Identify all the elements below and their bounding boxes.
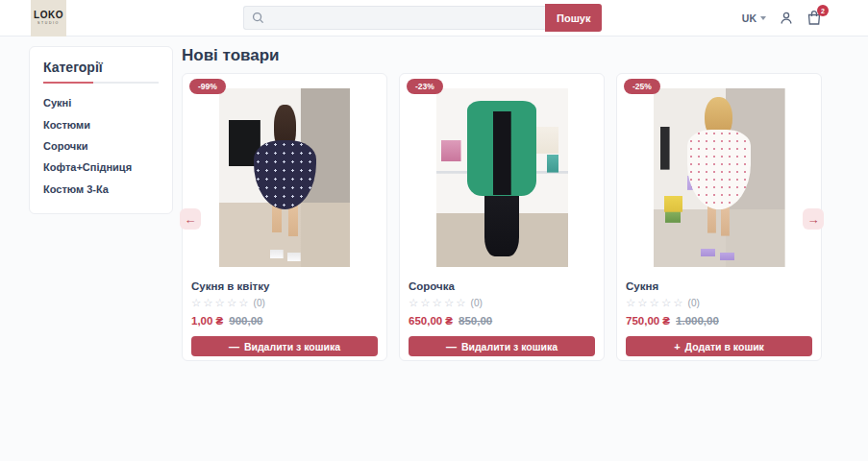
- sidebar-categories: Категорії Сукні Костюми Сорочки Кофта+Сп…: [29, 46, 173, 214]
- logo[interactable]: LOKO STUDIO: [31, 0, 66, 36]
- sidebar-item-category[interactable]: Костюм 3-Ка: [43, 179, 159, 200]
- header-right: UK 2: [742, 10, 822, 26]
- cart-action-icon: +: [674, 341, 680, 352]
- cart-action-button[interactable]: + Додати в кошик: [626, 336, 812, 356]
- main-content: Нові товари ← -99% Сукня в квітку ☆☆☆☆☆(…: [182, 46, 824, 361]
- logo-subtitle: STUDIO: [37, 21, 60, 25]
- product-old-price: 900,00: [229, 315, 262, 327]
- product-title[interactable]: Сорочка: [409, 280, 595, 292]
- cart-action-label: Видалити з кошика: [461, 341, 558, 352]
- product-image[interactable]: [654, 88, 785, 267]
- products-carousel: ← -99% Сукня в квітку ☆☆☆☆☆(0) 1,00 ₴900…: [182, 73, 824, 361]
- search-box[interactable]: [243, 6, 545, 30]
- rating-count: (0): [471, 298, 483, 308]
- product-price: 1,00 ₴: [191, 315, 223, 327]
- account-button[interactable]: [779, 11, 794, 26]
- sidebar-item-category[interactable]: Сорочки: [43, 135, 159, 157]
- product-rating: ☆☆☆☆☆(0): [409, 297, 595, 309]
- logo-title: LOKO: [34, 11, 63, 20]
- discount-badge: -25%: [624, 79, 660, 94]
- sidebar-item-category[interactable]: Сукні: [43, 92, 159, 113]
- product-prices: 650,00 ₴850,00: [409, 315, 595, 327]
- product-card: -25% Сукня ☆☆☆☆☆(0) 750,00 ₴1.000,00 + Д…: [616, 73, 822, 361]
- search-bar: Пошук: [243, 4, 602, 32]
- cart-action-icon: —: [229, 341, 239, 352]
- page-title: Нові товари: [182, 46, 824, 65]
- carousel-next-button[interactable]: →: [803, 208, 824, 230]
- product-rating: ☆☆☆☆☆(0): [626, 297, 812, 309]
- product-title[interactable]: Сукня в квітку: [191, 280, 378, 292]
- product-image[interactable]: [436, 88, 568, 267]
- sidebar-item-category[interactable]: Костюми: [43, 113, 159, 134]
- discount-badge: -99%: [189, 79, 226, 94]
- rating-stars-icon: ☆☆☆☆☆: [626, 297, 685, 308]
- rating-stars-icon: ☆☆☆☆☆: [409, 297, 468, 308]
- search-button[interactable]: Пошук: [545, 4, 602, 32]
- rating-count: (0): [254, 298, 265, 308]
- chevron-down-icon: [760, 16, 766, 20]
- sidebar-item-category[interactable]: Кофта+Спідниця: [43, 157, 159, 178]
- product-card: -99% Сукня в квітку ☆☆☆☆☆(0) 1,00 ₴900,0…: [182, 73, 387, 361]
- product-title[interactable]: Сукня: [626, 280, 812, 292]
- language-label: UK: [742, 12, 756, 24]
- cart-action-label: Додати в кошик: [685, 341, 764, 352]
- product-prices: 750,00 ₴1.000,00: [626, 315, 812, 327]
- product-old-price: 850,00: [459, 315, 492, 327]
- product-rating: ☆☆☆☆☆(0): [191, 297, 378, 309]
- product-prices: 1,00 ₴900,00: [191, 315, 378, 327]
- cart-action-button[interactable]: — Видалити з кошика: [409, 336, 595, 356]
- cart-count-badge: 2: [817, 5, 829, 16]
- rating-stars-icon: ☆☆☆☆☆: [191, 297, 251, 308]
- rating-count: (0): [688, 298, 700, 308]
- cart-action-button[interactable]: — Видалити з кошика: [191, 336, 378, 356]
- language-selector[interactable]: UK: [742, 12, 766, 24]
- cart-action-label: Видалити з кошика: [244, 341, 340, 352]
- product-card: -23% Сорочка ☆☆☆☆☆(0) 650,00 ₴850,00 — В…: [399, 73, 605, 361]
- cart-button[interactable]: 2: [806, 10, 822, 26]
- sidebar-title: Категорії: [43, 60, 159, 75]
- product-image[interactable]: [219, 88, 351, 267]
- product-old-price: 1.000,00: [676, 315, 719, 327]
- cart-action-icon: —: [446, 341, 457, 352]
- product-price: 750,00 ₴: [626, 315, 670, 327]
- sidebar-divider: [43, 82, 159, 84]
- search-icon: [252, 12, 264, 24]
- carousel-prev-button[interactable]: ←: [180, 208, 201, 230]
- category-list: Сукні Костюми Сорочки Кофта+Спідниця Кос…: [43, 92, 159, 200]
- product-price: 650,00 ₴: [409, 315, 453, 327]
- header: LOKO STUDIO Пошук UK 2: [0, 0, 868, 36]
- search-input[interactable]: [264, 12, 545, 24]
- discount-badge: -23%: [407, 79, 443, 94]
